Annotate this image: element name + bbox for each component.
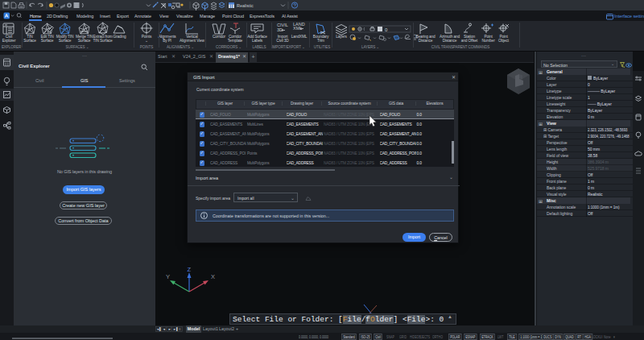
svg-text:Z: Z <box>188 266 192 273</box>
svg-text:◄: ◄ <box>163 327 166 331</box>
svg-text:►: ► <box>168 327 171 331</box>
svg-text:Realistic: Realistic <box>237 3 254 8</box>
svg-text:Y: Y <box>166 273 170 280</box>
svg-text:X: X <box>211 273 215 280</box>
